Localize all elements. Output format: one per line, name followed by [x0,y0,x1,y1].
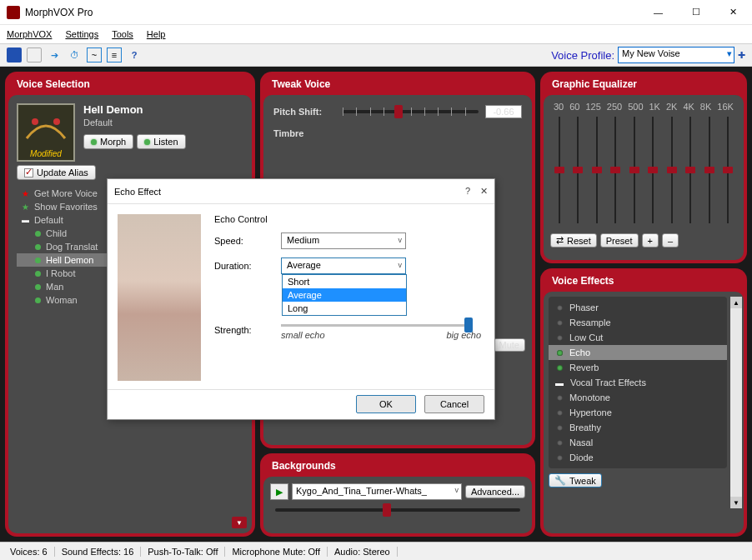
dialog-help-icon[interactable]: ? [465,186,470,197]
pitch-value[interactable]: -0.66 [485,105,522,118]
timbre-label: Timbre [273,128,336,138]
advanced-button[interactable]: Advanced... [465,485,525,498]
toolbar-help-icon[interactable]: ? [127,48,142,62]
voice-effects-title: Voice Effects [544,272,744,292]
titlebar: MorphVOX Pro — ☐ ✕ [0,0,752,25]
effect-item[interactable]: Monotone [549,390,727,405]
eq-band-labels: 30601252505001K2K4K8K16K [550,102,737,112]
voice-effects-list: Phaser Resample Low Cut Echo Reverb ▬Voc… [549,297,727,468]
voice-profile-value: My New Voise [622,48,680,58]
menu-morphvox[interactable]: MorphVOX [7,29,52,39]
menu-tools[interactable]: Tools [112,29,133,39]
effect-item[interactable]: Breathy [549,420,727,435]
effect-item[interactable]: Nasal [549,435,727,450]
status-audio: Audio: Stereo [328,547,398,557]
eq-slider[interactable] [704,117,715,223]
eq-slider[interactable] [647,117,659,223]
maximize-button[interactable]: ☐ [677,0,714,24]
effect-item[interactable]: Diode [549,450,727,465]
effect-item-selected[interactable]: Echo [549,345,727,360]
effects-scrollbar[interactable]: ▲▼ [730,297,742,508]
duration-option[interactable]: Short [283,275,406,288]
duration-option[interactable]: Long [283,302,406,315]
tweak-voice-title: Tweak Voice [263,75,532,95]
echo-effect-dialog: Echo Effect ? ✕ Echo Control Speed: Medi… [107,178,495,420]
status-sound-effects: Sound Effects: 16 [55,547,142,557]
svg-point-1 [53,118,60,125]
effect-item[interactable]: Phaser [549,300,727,315]
toolbar-icon-6[interactable]: ≡ [107,48,122,62]
voice-profile-label: Voice Profile: [551,49,614,62]
speed-select[interactable]: Medium [281,232,406,249]
toolbar-icon-4[interactable]: ⏱ [67,48,82,62]
background-select[interactable]: Kygo_And_Tina_Turner-Whats_ [292,483,462,500]
duration-select[interactable]: Average Short Average Long [281,258,406,274]
status-mic-mute: Microphone Mute: Off [225,547,328,557]
voice-profile-extra-icon[interactable]: ✚ [738,50,745,61]
effect-item[interactable]: Low Cut [549,330,727,345]
equalizer-body: 30601252505001K2K4K8K16K ⇄ Reset P [544,95,744,260]
effect-item[interactable]: Reverb [549,360,727,375]
toolbar-icon-3[interactable]: ➔ [47,48,62,62]
scroll-up-icon[interactable]: ▲ [730,297,742,308]
window-controls: — ☐ ✕ [639,0,752,24]
equalizer-panel: Graphic Equalizer 30601252505001K2K4K8K1… [540,72,747,263]
close-button[interactable]: ✕ [714,0,752,24]
eq-preset-button[interactable]: Preset [600,233,639,248]
voice-profile-select[interactable]: My New Voise [618,47,734,63]
current-voice-sub: Default [83,118,243,128]
backgrounds-body: ▶ Kygo_And_Tina_Turner-Whats_ Advanced..… [263,477,532,533]
effect-item[interactable]: Hypertone [549,405,727,420]
voice-effects-body: Phaser Resample Low Cut Echo Reverb ▬Voc… [544,292,744,533]
eq-slider[interactable] [572,117,584,223]
eq-reset-button[interactable]: ⇄ Reset [550,233,597,248]
app-icon [7,6,20,19]
window-title: MorphVOX Pro [25,7,93,18]
duration-label: Duration: [214,261,281,271]
eq-plus-button[interactable]: + [642,233,659,248]
eq-slider[interactable] [722,117,734,223]
eq-slider[interactable] [666,117,678,223]
listen-button[interactable]: Listen [137,134,185,149]
toolbar-icon-5[interactable]: ~ [87,48,102,62]
menubar: MorphVOX Settings Tools Help [0,25,752,43]
effect-group[interactable]: ▬Vocal Tract Effects [549,375,727,390]
eq-slider[interactable] [684,117,696,223]
equalizer-title: Graphic Equalizer [544,75,744,95]
panel-expand-icon[interactable]: ▼ [232,517,247,528]
speed-label: Speed: [214,236,281,246]
effects-tweak-button[interactable]: 🔧 Tweak [549,473,602,488]
update-alias-button[interactable]: Update Alias [17,165,96,180]
background-volume-slider[interactable] [275,508,520,512]
mute-button[interactable]: Mute [494,338,525,352]
scroll-down-icon[interactable]: ▼ [730,497,742,508]
menu-settings[interactable]: Settings [65,29,98,39]
minimize-button[interactable]: — [639,0,677,24]
menu-help[interactable]: Help [147,29,166,39]
duration-option-selected[interactable]: Average [283,288,406,302]
ok-button[interactable]: OK [356,395,416,413]
voice-selection-title: Voice Selection [8,75,252,95]
effect-item[interactable]: Resample [549,315,727,330]
eq-minus-button[interactable]: – [662,233,679,248]
pitch-label: Pitch Shift: [273,107,336,117]
dialog-title: Echo Effect [114,187,161,197]
status-push-to-talk: Push-To-Talk: Off [141,547,225,557]
toolbar-icon-1[interactable] [7,48,22,62]
eq-slider[interactable] [629,117,640,223]
avatar-modified-label: Modified [20,149,72,158]
status-voices: Voices: 6 [3,547,55,557]
strength-slider[interactable] [281,324,473,327]
play-button[interactable]: ▶ [270,483,288,500]
pitch-slider[interactable] [343,110,479,113]
eq-slider[interactable] [591,117,603,223]
backgrounds-panel: Backgrounds ▶ Kygo_And_Tina_Turner-Whats… [260,453,535,537]
dialog-close-icon[interactable]: ✕ [480,186,488,197]
strength-min-label: small echo [281,330,325,340]
cancel-button[interactable]: Cancel [424,395,484,413]
eq-slider[interactable] [554,117,565,223]
eq-slider[interactable] [609,117,621,223]
morph-button[interactable]: Morph [83,134,133,149]
toolbar-icon-2[interactable] [27,48,42,62]
voice-avatar: Modified [17,103,75,162]
